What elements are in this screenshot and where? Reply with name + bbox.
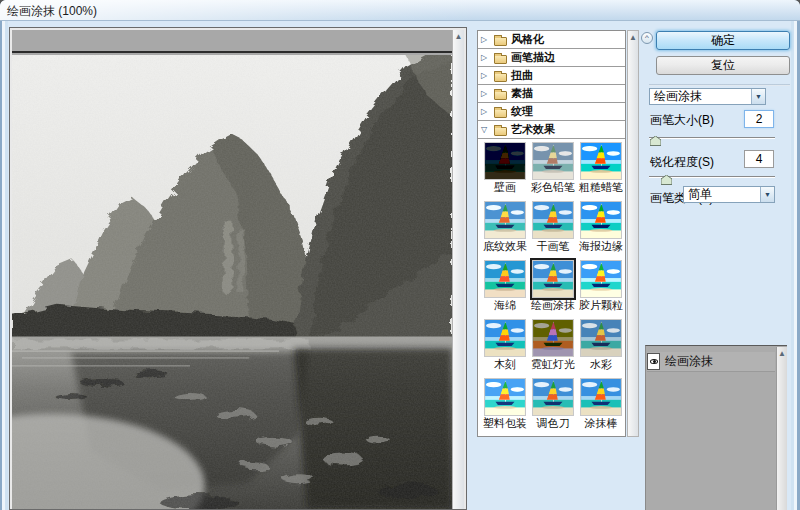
filter-thumbnail-daubs[interactable]: 绘画涂抹 [529, 259, 577, 318]
filter-thumbnail-cutout[interactable]: 木刻 [481, 318, 529, 377]
reset-button[interactable]: 复位 [656, 56, 790, 75]
brush-size-slider-thumb[interactable] [650, 132, 661, 142]
sharpness-label: 锐化程度(S) [650, 154, 714, 171]
category-label: 素描 [511, 86, 533, 101]
filter-thumbnail-sponge[interactable]: 海绵 [481, 259, 529, 318]
thumbnail-image [580, 319, 622, 357]
folder-icon [494, 73, 507, 82]
thumbnail-label: 绘画涂抹 [529, 299, 577, 312]
thumbnail-image [580, 260, 622, 298]
brush-size-label: 画笔大小(B) [650, 112, 714, 129]
preview-canvas-margin [12, 30, 452, 53]
sharpness-input[interactable]: 4 [744, 150, 774, 168]
filter-category-4[interactable]: ▷ 纹理 [478, 103, 625, 121]
thumbnail-label: 海绵 [481, 299, 529, 312]
thumbnail-label: 胶片颗粒 [577, 299, 625, 312]
filter-thumbnail-smudge[interactable]: 涂抹棒 [577, 377, 625, 436]
filter-thumbnail-grid: 壁画 彩色铅笔 [481, 141, 625, 436]
window-border-right [791, 21, 800, 510]
scroll-up-icon[interactable]: ▲ [453, 30, 464, 43]
filter-select[interactable]: 绘画涂抹 ▼ [649, 88, 766, 105]
category-label: 扭曲 [511, 68, 533, 83]
effect-layer-list: 绘画涂抹 [646, 352, 787, 372]
category-label: 风格化 [511, 32, 544, 47]
category-label: 艺术效果 [511, 122, 555, 137]
gallery-vertical-scrollbar[interactable]: ▲ [627, 30, 639, 437]
filter-category-3[interactable]: ▷ 素描 [478, 85, 625, 103]
folder-icon [494, 109, 507, 118]
thumbnail-label: 底纹效果 [481, 240, 529, 253]
filter-thumbnail-grain[interactable]: 胶片颗粒 [577, 259, 625, 318]
preview-vertical-scrollbar[interactable]: ▲ [452, 30, 464, 509]
filter-thumbnail-poster[interactable]: 海报边缘 [577, 200, 625, 259]
expand-triangle-icon: ▷ [481, 89, 490, 98]
effect-layer-label: 绘画涂抹 [665, 353, 713, 370]
effect-layers-panel: 绘画涂抹 ▲ [645, 345, 787, 510]
filter-thumbnail-fresco[interactable]: 壁画 [481, 141, 529, 200]
scroll-up-icon[interactable]: ▲ [628, 31, 638, 44]
filter-category-0[interactable]: ▷ 风格化 [478, 31, 625, 49]
reset-button-label: 复位 [711, 57, 735, 74]
title-bar[interactable]: 绘画涂抹 (100%) [0, 0, 800, 21]
filter-thumbnail-neon[interactable]: 霓虹灯光 [529, 318, 577, 377]
effect-layer-row[interactable]: 绘画涂抹 [647, 352, 775, 372]
expand-triangle-icon: ▽ [481, 125, 490, 134]
thumbnail-image [532, 260, 574, 298]
filter-thumbnail-knife[interactable]: 调色刀 [529, 377, 577, 436]
eye-icon [650, 359, 658, 364]
thumbnail-image [580, 378, 622, 416]
thumbnail-label: 木刻 [481, 358, 529, 371]
thumbnail-image [484, 142, 526, 180]
filter-thumbnail-drybrush[interactable]: 干画笔 [529, 200, 577, 259]
folder-icon [494, 127, 507, 136]
filter-category-5[interactable]: ▽ 艺术效果 [478, 121, 625, 139]
thumbnail-label: 霓虹灯光 [529, 358, 577, 371]
visibility-toggle[interactable] [647, 353, 660, 370]
scroll-up-icon[interactable]: ▲ [777, 347, 787, 360]
thumbnail-label: 壁画 [481, 181, 529, 194]
controls-divider [649, 84, 790, 86]
filter-thumbnail-watercolor[interactable]: 水彩 [577, 318, 625, 377]
thumbnail-image [484, 378, 526, 416]
preview-panel: ▲ [9, 27, 467, 510]
dialog-title: 绘画涂抹 (100%) [7, 3, 97, 20]
filter-category-list: ▷ 风格化 ▷ 画笔描边 ▷ 扭曲 ▷ 素描 ▷ 纹理 ▽ 艺术效果 [478, 31, 625, 139]
brush-type-select[interactable]: 简单 ▼ [683, 186, 775, 203]
thumbnail-image [532, 319, 574, 357]
filter-thumbnail-pastel[interactable]: 粗糙蜡笔 [577, 141, 625, 200]
chevron-down-icon[interactable]: ▼ [751, 89, 765, 104]
folder-icon [494, 91, 507, 100]
ok-button[interactable]: 确定 [656, 31, 790, 50]
thumbnail-label: 粗糙蜡笔 [577, 181, 625, 194]
filter-thumbnail-pencil[interactable]: 彩色铅笔 [529, 141, 577, 200]
thumbnail-image [532, 142, 574, 180]
thumbnail-label: 彩色铅笔 [529, 181, 577, 194]
category-label: 画笔描边 [511, 50, 555, 65]
brush-type-value: 简单 [688, 186, 712, 203]
folder-icon [494, 37, 507, 46]
filter-thumbnail-underpaint[interactable]: 底纹效果 [481, 200, 529, 259]
thumbnail-label: 海报边缘 [577, 240, 625, 253]
sharpness-slider-thumb[interactable] [661, 171, 672, 181]
layers-vertical-scrollbar[interactable]: ▲ [776, 347, 787, 510]
ok-button-label: 确定 [711, 32, 735, 49]
thumbnail-label: 水彩 [577, 358, 625, 371]
filter-thumbnail-plastic[interactable]: 塑料包装 [481, 377, 529, 436]
collapse-pane-button[interactable]: ^ [641, 32, 653, 44]
thumbnail-label: 干画笔 [529, 240, 577, 253]
sharpness-value: 4 [756, 152, 763, 166]
chevron-down-icon[interactable]: ▼ [760, 187, 774, 202]
filter-category-2[interactable]: ▷ 扭曲 [478, 67, 625, 85]
thumbnail-label: 塑料包装 [481, 417, 529, 430]
filter-category-1[interactable]: ▷ 画笔描边 [478, 49, 625, 67]
thumbnail-label: 调色刀 [529, 417, 577, 430]
filter-select-value: 绘画涂抹 [654, 88, 702, 105]
brush-size-input[interactable]: 2 [744, 110, 774, 128]
filter-gallery-pane: ▷ 风格化 ▷ 画笔描边 ▷ 扭曲 ▷ 素描 ▷ 纹理 ▽ 艺术效果 [477, 30, 626, 437]
expand-triangle-icon: ▷ [481, 53, 490, 62]
thumbnail-image [484, 201, 526, 239]
preview-image[interactable] [12, 55, 452, 509]
brush-size-slider-track[interactable] [649, 137, 775, 139]
thumbnail-label: 涂抹棒 [577, 417, 625, 430]
brush-size-value: 2 [756, 112, 763, 126]
